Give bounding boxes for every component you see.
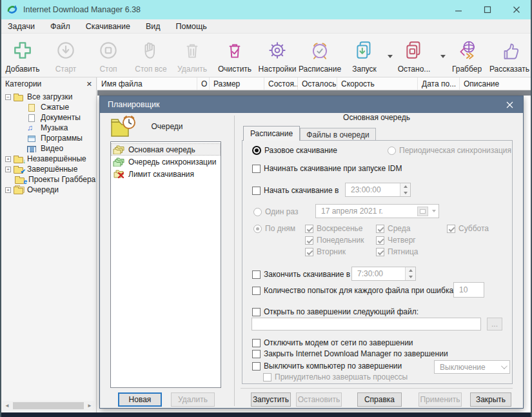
toolbar-clear-button[interactable]: Очистить — [214, 37, 255, 74]
minimize-button[interactable] — [444, 0, 473, 19]
start-time-spinner[interactable]: 23:00:00 — [345, 183, 411, 197]
start-download-at-checkbox[interactable]: Начать скачивание в — [252, 185, 339, 196]
queues-label: Очереди — [123, 122, 211, 131]
queue-item-limit[interactable]: Лимит скачивания — [111, 168, 221, 180]
toolbar-grabber-button[interactable]: Граббер — [446, 37, 488, 74]
queues-listbox: Основная очередь Очередь синхронизации Л… — [110, 141, 221, 388]
stop-time-spinner[interactable]: 7:30:00 — [351, 267, 416, 281]
stacked-folders-icon — [14, 185, 25, 194]
menu-bar: Задачи Файл Скачивание Вид Помощь — [1, 19, 531, 34]
column-q[interactable]: О — [197, 77, 210, 90]
retries-input[interactable]: 10 — [453, 282, 484, 298]
scroll-right-icon[interactable]: ► — [85, 403, 94, 409]
new-queue-button[interactable]: Новая — [118, 392, 162, 407]
menu-tasks[interactable]: Задачи — [8, 22, 35, 31]
chevron-down-icon — [501, 363, 507, 369]
calendar-icon[interactable] — [417, 207, 428, 216]
tree-item-queues[interactable]: + Очереди — [5, 185, 59, 195]
stop-download-at-checkbox[interactable]: Закончить скачивание в — [252, 269, 350, 280]
hangup-modem-checkbox[interactable]: Отключить модем от сети по завершении — [252, 338, 413, 348]
day-thursday-checkbox[interactable]: Четверг — [376, 235, 416, 245]
tree-item-music[interactable]: ♫ Музыка — [27, 123, 68, 133]
start-queue-dropdown-arrow[interactable] — [388, 55, 393, 58]
toolbar-delete-button[interactable]: Удалить — [172, 37, 213, 74]
retries-checkbox[interactable]: Количество попыток для каждого файла при… — [252, 285, 459, 296]
column-timeleft[interactable]: Осталось ... — [298, 77, 337, 90]
maximize-button[interactable] — [473, 0, 502, 19]
queue-item-main[interactable]: Основная очередь — [111, 143, 221, 156]
spinner-buttons[interactable] — [405, 267, 415, 280]
tab-schedule[interactable]: Расписание — [243, 126, 300, 141]
spinner-buttons[interactable] — [400, 183, 410, 196]
column-description[interactable]: Описание — [460, 77, 531, 90]
queue-item-sync[interactable]: Очередь синхронизации — [111, 156, 221, 168]
tree-item-finished[interactable]: + ✔ Завершённые — [5, 164, 77, 174]
tree-item-programs[interactable]: Программы — [27, 133, 83, 143]
tree-item-compressed[interactable]: Сжатые — [27, 102, 69, 112]
shutdown-checkbox[interactable]: Выключить компьютер по завершении — [252, 361, 402, 371]
stop-queue-dropdown-arrow[interactable] — [440, 55, 446, 58]
tree-item-documents[interactable]: Документы — [27, 112, 81, 123]
day-sunday-checkbox[interactable]: Воскресенье — [305, 223, 363, 234]
browse-button[interactable]: ... — [487, 318, 502, 331]
dialog-close-button[interactable] — [501, 96, 518, 113]
toolbar-stop-queue-button[interactable]: Остано... — [393, 37, 435, 74]
menu-file[interactable]: Файл — [50, 22, 70, 31]
day-saturday-checkbox[interactable]: Суббота — [447, 223, 489, 234]
menu-help[interactable]: Помощь — [176, 22, 207, 31]
categories-hscrollbar[interactable]: ◄ ► — [3, 401, 94, 411]
program-window-icon — [27, 134, 38, 143]
once-date-radio[interactable]: Один раз — [253, 207, 298, 217]
toolbar-start-button[interactable]: Старт — [45, 37, 86, 74]
toolbar-start-queue-button[interactable]: Запуск — [344, 37, 385, 74]
toolbar-options-button[interactable]: Настройки — [257, 37, 298, 74]
tree-item-video[interactable]: Видео — [27, 143, 63, 154]
date-picker[interactable]: 17 апреля 2021 г. — [315, 204, 439, 218]
tree-item-grabber-projects[interactable]: e Проекты Граббера — [15, 174, 95, 185]
column-status[interactable]: Состоя... — [264, 77, 298, 90]
force-close-processes-checkbox[interactable]: Принудительно завершать процессы — [263, 372, 408, 382]
tree-item-all-downloads[interactable]: − Все загрузки — [5, 92, 73, 102]
toolbar-tell-friend-button[interactable]: Рассказать — [489, 37, 530, 74]
close-dialog-button[interactable]: Закрыть — [470, 392, 511, 407]
day-wednesday-checkbox[interactable]: Среда — [376, 223, 410, 234]
delete-queue-button[interactable]: Удалить — [171, 392, 215, 407]
expand-icon[interactable]: + — [5, 167, 11, 172]
periodic-sync-radio[interactable]: Периодическая синхронизация — [388, 145, 511, 156]
column-filename[interactable]: Имя файла — [97, 77, 197, 90]
day-monday-checkbox[interactable]: Понедельник — [305, 235, 364, 245]
day-friday-checkbox[interactable]: Пятница — [376, 247, 419, 257]
toolbar-stop-all-button[interactable]: Стоп все — [130, 37, 172, 74]
open-file-input[interactable] — [251, 318, 481, 331]
shutdown-mode-dropdown[interactable]: Выключение — [434, 360, 510, 374]
toolbar-stop-button[interactable]: Стоп — [88, 37, 129, 74]
tab-files-in-queue[interactable]: Файлы в очереди — [300, 128, 376, 141]
toolbar-scheduler-button[interactable]: Расписание — [299, 37, 340, 74]
start-at-idm-launch-checkbox[interactable]: Начинать скачивание при запуске IDM — [252, 163, 402, 174]
date-dropdown-arrow[interactable] — [432, 210, 436, 212]
day-tuesday-checkbox[interactable]: Вторник — [305, 247, 346, 257]
menu-view[interactable]: Вид — [146, 22, 161, 31]
exit-idm-checkbox[interactable]: Закрыть Internet Download Manager по зав… — [252, 349, 448, 359]
tree-item-unfinished[interactable]: + ↓ Незавершённые — [5, 154, 86, 164]
menu-downloads[interactable]: Скачивание — [86, 22, 130, 31]
column-date[interactable]: Дата по... — [418, 77, 460, 90]
by-days-radio[interactable]: По дням — [253, 223, 295, 234]
one-time-download-radio[interactable]: Разовое скачивание — [252, 145, 337, 156]
help-button[interactable]: Справка — [357, 392, 402, 407]
categories-header: Категории — [5, 79, 41, 88]
open-file-checkbox[interactable]: Открыть по завершении следующий файл: — [252, 307, 419, 317]
apply-button[interactable]: Применить — [419, 392, 462, 407]
close-button[interactable] — [502, 0, 531, 19]
collapse-icon[interactable]: − — [5, 94, 11, 100]
scrollbar-thumb[interactable] — [13, 402, 84, 409]
column-speed[interactable]: Скорость — [337, 77, 418, 90]
stop-queue-button[interactable]: Остановить — [296, 392, 342, 407]
column-size[interactable]: Размер — [210, 77, 264, 90]
categories-close-icon[interactable]: ✕ — [86, 80, 92, 88]
expand-icon[interactable]: + — [5, 187, 11, 193]
expand-icon[interactable]: + — [5, 156, 11, 162]
toolbar-add-button[interactable]: Добавить — [2, 37, 43, 74]
start-queue-button[interactable]: Запустить — [251, 392, 291, 407]
scroll-left-icon[interactable]: ◄ — [3, 403, 12, 409]
